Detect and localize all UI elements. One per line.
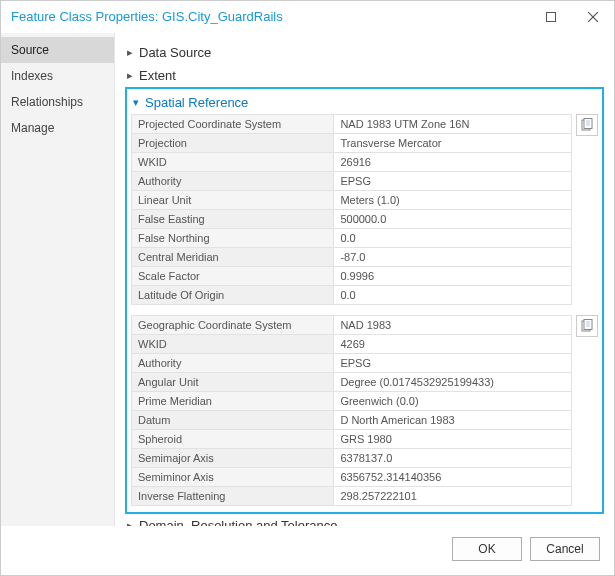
property-value: 0.9996 <box>334 267 572 286</box>
svg-rect-0 <box>547 12 556 21</box>
table-row: Inverse Flattening298.257222101 <box>132 487 572 506</box>
property-label: Central Meridian <box>132 248 334 267</box>
titlebar: Feature Class Properties: GIS.City_Guard… <box>1 1 614 33</box>
section-label: Extent <box>139 68 176 83</box>
sidebar-item-relationships[interactable]: Relationships <box>1 89 114 115</box>
table-row: Semiminor Axis6356752.314140356 <box>132 468 572 487</box>
spatial-reference-highlight: ▾ Spatial Reference Projected Coordinate… <box>125 87 604 514</box>
property-value: Meters (1.0) <box>334 191 572 210</box>
table-row: AuthorityEPSG <box>132 172 572 191</box>
dialog-body: Source Indexes Relationships Manage ▸ Da… <box>1 33 614 526</box>
property-value: Transverse Mercator <box>334 134 572 153</box>
section-label: Spatial Reference <box>145 95 248 110</box>
property-label: Inverse Flattening <box>132 487 334 506</box>
table-row: Projected Coordinate SystemNAD 1983 UTM … <box>132 115 572 134</box>
property-value: GRS 1980 <box>334 430 572 449</box>
property-label: Projection <box>132 134 334 153</box>
sidebar-item-source[interactable]: Source <box>1 37 114 63</box>
chevron-down-icon: ▾ <box>131 96 141 109</box>
copy-projected-button[interactable] <box>576 114 598 136</box>
sidebar-item-indexes[interactable]: Indexes <box>1 63 114 89</box>
property-label: WKID <box>132 153 334 172</box>
table-row: Geographic Coordinate SystemNAD 1983 <box>132 316 572 335</box>
property-label: Semimajor Axis <box>132 449 334 468</box>
projected-cs-block: Projected Coordinate SystemNAD 1983 UTM … <box>131 114 598 305</box>
section-label: Domain, Resolution and Tolerance <box>139 518 338 526</box>
property-label: False Northing <box>132 229 334 248</box>
property-label: Geographic Coordinate System <box>132 316 334 335</box>
property-value: 26916 <box>334 153 572 172</box>
table-row: Latitude Of Origin0.0 <box>132 286 572 305</box>
property-label: Authority <box>132 354 334 373</box>
property-value: NAD 1983 UTM Zone 16N <box>334 115 572 134</box>
geographic-cs-block: Geographic Coordinate SystemNAD 1983WKID… <box>131 315 598 506</box>
property-value: EPSG <box>334 354 572 373</box>
property-value: NAD 1983 <box>334 316 572 335</box>
property-value: Greenwich (0.0) <box>334 392 572 411</box>
titlebar-controls <box>530 1 614 33</box>
titlebar-text: Feature Class Properties: GIS.City_Guard… <box>11 9 530 24</box>
copy-icon <box>580 319 594 333</box>
table-row: Semimajor Axis6378137.0 <box>132 449 572 468</box>
chevron-right-icon: ▸ <box>125 46 135 59</box>
property-label: Scale Factor <box>132 267 334 286</box>
table-row: Angular UnitDegree (0.0174532925199433) <box>132 373 572 392</box>
property-label: Projected Coordinate System <box>132 115 334 134</box>
maximize-button[interactable] <box>530 1 572 33</box>
property-value: -87.0 <box>334 248 572 267</box>
table-row: False Northing0.0 <box>132 229 572 248</box>
geographic-cs-table: Geographic Coordinate SystemNAD 1983WKID… <box>131 315 572 506</box>
property-value: 298.257222101 <box>334 487 572 506</box>
table-row: Scale Factor0.9996 <box>132 267 572 286</box>
close-icon <box>588 12 598 22</box>
property-label: Authority <box>132 172 334 191</box>
projected-cs-table: Projected Coordinate SystemNAD 1983 UTM … <box>131 114 572 305</box>
main-panel: ▸ Data Source ▸ Extent ▾ Spatial Referen… <box>115 33 614 526</box>
sidebar-item-label: Indexes <box>11 69 53 83</box>
property-label: Spheroid <box>132 430 334 449</box>
table-row: AuthorityEPSG <box>132 354 572 373</box>
table-row: False Easting500000.0 <box>132 210 572 229</box>
copy-geographic-button[interactable] <box>576 315 598 337</box>
ok-button[interactable]: OK <box>452 537 522 561</box>
property-value: 4269 <box>334 335 572 354</box>
table-row: ProjectionTransverse Mercator <box>132 134 572 153</box>
sidebar-item-label: Relationships <box>11 95 83 109</box>
property-value: 6378137.0 <box>334 449 572 468</box>
property-value: 0.0 <box>334 286 572 305</box>
table-row: WKID26916 <box>132 153 572 172</box>
section-domain-resolution[interactable]: ▸ Domain, Resolution and Tolerance <box>125 514 604 526</box>
close-button[interactable] <box>572 1 614 33</box>
sidebar: Source Indexes Relationships Manage <box>1 33 115 526</box>
section-data-source[interactable]: ▸ Data Source <box>125 41 604 64</box>
section-spatial-reference[interactable]: ▾ Spatial Reference <box>131 91 598 114</box>
section-label: Data Source <box>139 45 211 60</box>
property-value: EPSG <box>334 172 572 191</box>
dialog-window: Feature Class Properties: GIS.City_Guard… <box>0 0 615 576</box>
table-row: SpheroidGRS 1980 <box>132 430 572 449</box>
property-label: Latitude Of Origin <box>132 286 334 305</box>
table-row: WKID4269 <box>132 335 572 354</box>
copy-icon <box>580 118 594 132</box>
property-label: Linear Unit <box>132 191 334 210</box>
table-row: Linear UnitMeters (1.0) <box>132 191 572 210</box>
property-label: Semiminor Axis <box>132 468 334 487</box>
property-value: 0.0 <box>334 229 572 248</box>
property-value: D North American 1983 <box>334 411 572 430</box>
property-label: False Easting <box>132 210 334 229</box>
sidebar-item-label: Source <box>11 43 49 57</box>
table-row: DatumD North American 1983 <box>132 411 572 430</box>
section-extent[interactable]: ▸ Extent <box>125 64 604 87</box>
property-value: 6356752.314140356 <box>334 468 572 487</box>
property-label: WKID <box>132 335 334 354</box>
chevron-right-icon: ▸ <box>125 69 135 82</box>
property-label: Angular Unit <box>132 373 334 392</box>
square-icon <box>546 12 556 22</box>
property-label: Datum <box>132 411 334 430</box>
sidebar-item-label: Manage <box>11 121 54 135</box>
property-value: 500000.0 <box>334 210 572 229</box>
sidebar-item-manage[interactable]: Manage <box>1 115 114 141</box>
table-row: Prime MeridianGreenwich (0.0) <box>132 392 572 411</box>
table-row: Central Meridian-87.0 <box>132 248 572 267</box>
cancel-button[interactable]: Cancel <box>530 537 600 561</box>
